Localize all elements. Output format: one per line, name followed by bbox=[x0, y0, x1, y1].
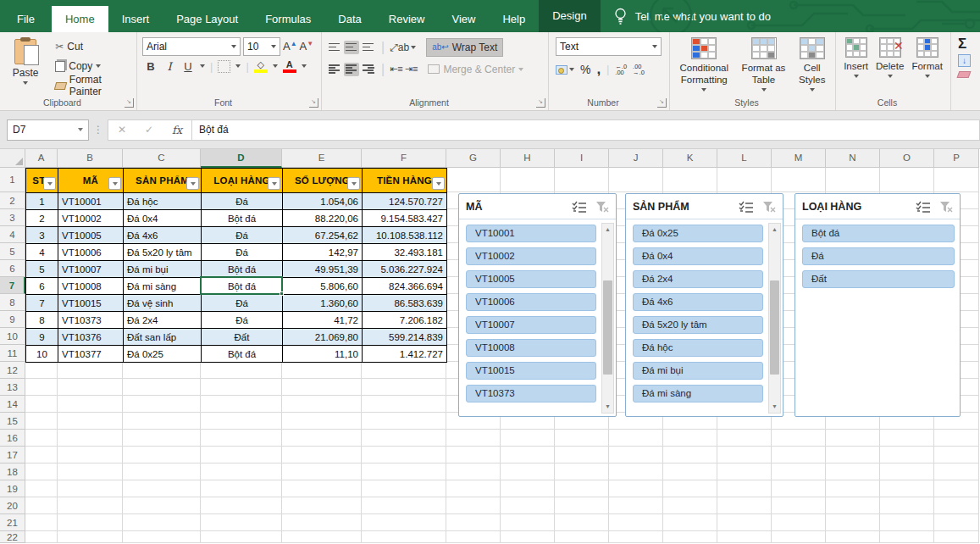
cell[interactable] bbox=[772, 464, 826, 480]
formula-bar-splitter[interactable]: ⋮ bbox=[93, 124, 103, 136]
cell[interactable] bbox=[555, 514, 609, 531]
enter-button[interactable]: ✓ bbox=[145, 124, 153, 136]
table-cell[interactable]: VT10377 bbox=[58, 346, 124, 363]
cell[interactable] bbox=[555, 531, 609, 543]
merge-center-button[interactable]: Merge & Center bbox=[428, 60, 523, 79]
cell[interactable] bbox=[282, 514, 362, 531]
cell[interactable] bbox=[123, 464, 201, 480]
cell[interactable] bbox=[58, 464, 123, 480]
table-cell[interactable]: 67.254,62 bbox=[283, 227, 363, 244]
align-left-button[interactable] bbox=[327, 63, 342, 76]
slicer-item[interactable]: Đá mi sàng bbox=[633, 385, 763, 402]
scroll-up-arrow[interactable]: ▲ bbox=[769, 224, 780, 236]
filter-button-4[interactable] bbox=[347, 177, 360, 190]
table-cell[interactable]: 5.036.227.924 bbox=[363, 261, 447, 278]
clear-filter-icon[interactable] bbox=[595, 201, 609, 213]
borders-dropdown-arrow[interactable] bbox=[235, 64, 241, 68]
table-cell[interactable]: VT10373 bbox=[58, 312, 124, 329]
increase-font-size-button[interactable]: A▲ bbox=[283, 40, 297, 53]
cell[interactable] bbox=[201, 497, 282, 514]
slicer-item[interactable]: VT10005 bbox=[466, 270, 596, 288]
column-header-B[interactable]: B bbox=[58, 149, 123, 168]
fill-button[interactable]: ↓ bbox=[958, 54, 971, 67]
table-cell[interactable]: 5.806,60 bbox=[283, 278, 363, 295]
cell[interactable] bbox=[934, 447, 979, 464]
table-cell[interactable]: 1 bbox=[26, 193, 58, 210]
column-header-E[interactable]: E bbox=[282, 149, 362, 168]
table-cell[interactable]: 4 bbox=[26, 244, 58, 261]
cell[interactable] bbox=[201, 514, 282, 531]
increase-decimal-button[interactable]: ←.0.00 bbox=[615, 64, 627, 75]
cell[interactable] bbox=[772, 430, 826, 447]
cell[interactable] bbox=[362, 497, 446, 514]
row-header-16[interactable]: 16 bbox=[0, 430, 25, 447]
cell[interactable] bbox=[663, 430, 717, 447]
borders-icon[interactable] bbox=[218, 60, 230, 73]
table-cell[interactable]: 5 bbox=[26, 261, 58, 278]
cell[interactable] bbox=[880, 497, 934, 514]
row-header-9[interactable]: 9 bbox=[0, 311, 25, 328]
table-cell[interactable]: 32.493.181 bbox=[363, 244, 447, 261]
cell[interactable] bbox=[934, 497, 979, 514]
row-header-4[interactable]: 4 bbox=[0, 226, 25, 243]
cell[interactable] bbox=[58, 413, 123, 430]
cell[interactable] bbox=[446, 430, 501, 447]
font-size-combo[interactable]: 10 bbox=[243, 37, 280, 56]
cell[interactable] bbox=[282, 430, 362, 447]
copy-dropdown-arrow[interactable] bbox=[96, 64, 101, 68]
row-header-12[interactable]: 12 bbox=[0, 362, 25, 379]
slicer-item[interactable]: Bột đá bbox=[802, 225, 955, 242]
table-cell[interactable]: 599.214.839 bbox=[363, 329, 447, 346]
cell[interactable] bbox=[609, 430, 663, 447]
cell[interactable] bbox=[201, 464, 282, 480]
table-cell[interactable]: 11,10 bbox=[283, 346, 363, 363]
table-cell[interactable]: Đá bbox=[202, 295, 283, 312]
cell[interactable] bbox=[58, 497, 123, 514]
slicer-item[interactable]: Đá mi bụi bbox=[633, 362, 763, 380]
cell[interactable] bbox=[772, 497, 826, 514]
cell[interactable] bbox=[717, 514, 772, 531]
slicer-item[interactable]: Đá 5x20 ly tâm bbox=[633, 316, 763, 334]
table-cell[interactable]: 1.054,06 bbox=[283, 193, 363, 210]
cell[interactable] bbox=[880, 531, 934, 543]
cell[interactable] bbox=[201, 362, 282, 379]
table-cell[interactable]: Đá 5x20 ly tâm bbox=[124, 244, 202, 261]
number-format-combo[interactable]: Text bbox=[556, 37, 662, 56]
cell[interactable] bbox=[25, 464, 58, 480]
cell[interactable] bbox=[25, 396, 58, 413]
table-cell[interactable]: 7 bbox=[26, 295, 58, 312]
table-cell[interactable]: Đá 0x4 bbox=[124, 210, 202, 227]
cell[interactable] bbox=[58, 430, 123, 447]
cell[interactable] bbox=[772, 480, 826, 497]
table-cell[interactable]: VT10002 bbox=[58, 210, 124, 227]
multi-select-icon[interactable] bbox=[916, 201, 931, 213]
cell[interactable] bbox=[555, 480, 609, 497]
formula-input[interactable]: Bột đá bbox=[192, 119, 980, 141]
cell[interactable] bbox=[772, 447, 826, 464]
cell[interactable] bbox=[362, 514, 446, 531]
cell[interactable] bbox=[123, 413, 201, 430]
cell[interactable] bbox=[58, 362, 123, 379]
cell[interactable] bbox=[123, 531, 201, 543]
align-right-button[interactable] bbox=[361, 63, 376, 76]
cell[interactable] bbox=[663, 464, 717, 480]
filter-button-0[interactable] bbox=[43, 177, 56, 190]
table-cell[interactable]: VT10015 bbox=[58, 295, 124, 312]
cell[interactable] bbox=[201, 396, 282, 413]
cell[interactable] bbox=[362, 464, 446, 480]
row-header-3[interactable]: 3 bbox=[0, 209, 25, 226]
cell[interactable] bbox=[880, 447, 934, 464]
column-header-C[interactable]: C bbox=[123, 149, 201, 168]
cell[interactable] bbox=[717, 430, 772, 447]
slicer-item[interactable]: VT10008 bbox=[466, 339, 596, 357]
table-cell[interactable]: 142,97 bbox=[283, 244, 363, 261]
row-header-13[interactable]: 13 bbox=[0, 379, 25, 396]
slicer-item[interactable]: VT10007 bbox=[466, 316, 596, 334]
cell[interactable] bbox=[826, 480, 880, 497]
row-header-8[interactable]: 8 bbox=[0, 294, 25, 311]
table-cell[interactable]: Đá 2x4 bbox=[124, 312, 202, 329]
cell[interactable] bbox=[123, 447, 201, 464]
table-cell[interactable]: 9.154.583.427 bbox=[363, 210, 447, 227]
cell[interactable] bbox=[826, 464, 880, 480]
slicer-item[interactable]: Đất bbox=[802, 270, 955, 288]
